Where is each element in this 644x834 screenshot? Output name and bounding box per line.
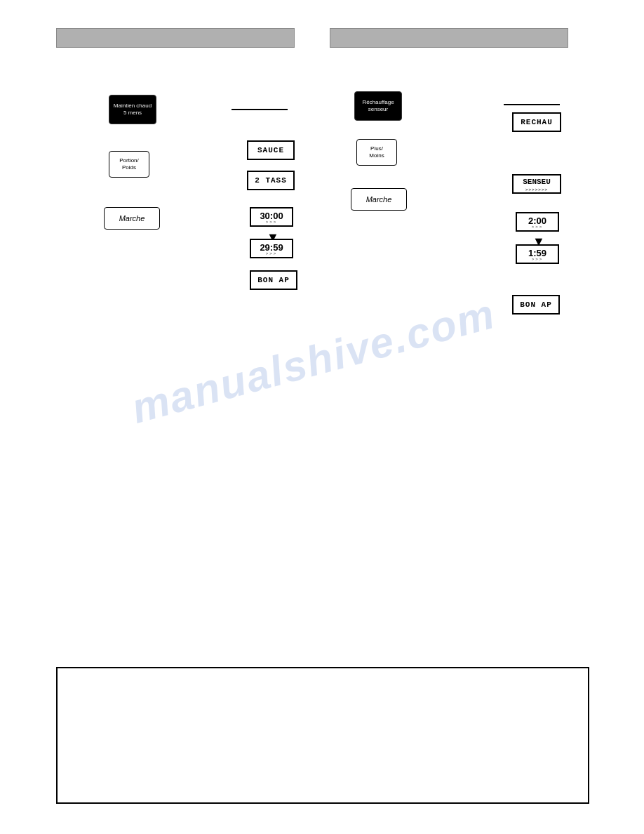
btn-plus-moins[interactable]: Plus/ Moins xyxy=(356,139,397,166)
btn-maintien-chaud[interactable]: Maintien chaud 5 mens xyxy=(109,95,156,124)
display-200: 2:00 >>> xyxy=(516,212,559,232)
display-2tass: 2 TASS xyxy=(247,171,295,190)
display-senseu: SENSEU >>>>>>> xyxy=(512,174,561,194)
underline-left xyxy=(232,109,288,110)
btn-marche-right[interactable]: Marche xyxy=(351,188,407,211)
display-159: 1:59 >>> xyxy=(516,244,559,264)
display-bonap-right: BON AP xyxy=(512,295,560,315)
underline-right xyxy=(504,104,560,105)
header-right xyxy=(330,28,568,48)
btn-rechauffage-senseur[interactable]: Réchauffage senseur xyxy=(354,91,402,121)
display-rechau: RECHAU xyxy=(512,112,561,132)
display-bonap-left: BON AP xyxy=(250,270,297,290)
watermark: manualshive.com xyxy=(126,289,500,433)
bottom-box xyxy=(56,667,589,804)
display-2959: 29:59 >>> xyxy=(250,239,293,258)
btn-marche-left[interactable]: Marche xyxy=(104,207,160,230)
page: Maintien chaud 5 mens Portion/ Poids Mar… xyxy=(0,0,644,834)
header-left xyxy=(56,28,295,48)
display-sauce: SAUCE xyxy=(247,140,295,160)
btn-portion-poids[interactable]: Portion/ Poids xyxy=(109,151,149,178)
display-3000: 30:00 >>> xyxy=(250,207,293,227)
